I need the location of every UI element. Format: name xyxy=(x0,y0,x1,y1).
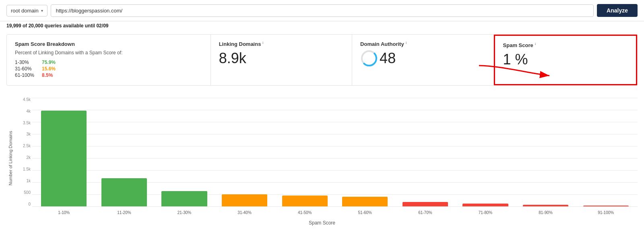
spam-score-info-icon[interactable]: ⁱ xyxy=(535,43,536,48)
spam-score-value: 1 % xyxy=(503,51,628,68)
bar-group-9 xyxy=(577,98,634,206)
y-tick-2: 3.5k xyxy=(16,121,32,125)
breakdown-row-1: 1-30% 75.9% xyxy=(15,60,202,65)
bar-group-5 xyxy=(336,98,394,206)
analyze-button[interactable]: Analyze xyxy=(597,4,638,17)
breakdown-description: Percent of Linking Domains with a Spam S… xyxy=(15,49,202,56)
chart-area: Number of Linking Domains 4.5k 4k 3.5k 3… xyxy=(0,90,644,230)
y-ticks: 4.5k 4k 3.5k 3k 2.5k 2k 1.5k 1k 500 0 xyxy=(16,98,32,206)
bar-9 xyxy=(583,206,629,206)
breakdown-range-3: 61-100% xyxy=(15,72,37,78)
x-label-1: 11-20% xyxy=(96,210,153,215)
x-label-6: 61-70% xyxy=(397,210,454,215)
url-input[interactable] xyxy=(51,4,594,17)
breakdown-range-1: 1-30% xyxy=(15,60,37,65)
x-label-8: 81-90% xyxy=(517,210,574,215)
bar-4 xyxy=(282,196,328,206)
bar-group-2 xyxy=(156,98,213,206)
spam-score-cell: Spam Score ⁱ 1 % xyxy=(494,35,637,85)
x-label-2: 21-30% xyxy=(156,210,213,215)
x-label-7: 71-80% xyxy=(457,210,514,215)
x-axis-title: Spam Score xyxy=(6,220,638,226)
bar-group-7 xyxy=(457,98,514,206)
breakdown-range-2: 31-60% xyxy=(15,66,37,72)
y-tick-9: 0 xyxy=(16,202,32,206)
bar-group-0 xyxy=(35,98,93,206)
bar-6 xyxy=(402,202,448,206)
x-label-9: 91-100% xyxy=(577,210,634,215)
bar-3 xyxy=(222,194,267,206)
breakdown-label: Spam Score Breakdown xyxy=(15,41,202,47)
linking-domains-label: Linking Domains ⁱ xyxy=(219,41,344,47)
y-tick-4: 2.5k xyxy=(16,144,32,148)
y-tick-7: 1k xyxy=(16,179,32,183)
spam-breakdown-cell: Spam Score Breakdown Percent of Linking … xyxy=(7,35,211,85)
linking-domains-info-icon[interactable]: ⁱ xyxy=(262,41,263,47)
domain-type-select[interactable]: root domain ▾ xyxy=(6,5,47,16)
bar-group-8 xyxy=(517,98,574,206)
bar-group-3 xyxy=(216,98,273,206)
chart-wrapper: Number of Linking Domains 4.5k 4k 3.5k 3… xyxy=(6,98,638,218)
bar-group-4 xyxy=(276,98,333,206)
metrics-panel: Spam Score Breakdown Percent of Linking … xyxy=(6,34,638,86)
bar-2 xyxy=(161,191,207,206)
da-container: 48 xyxy=(360,49,485,67)
domain-type-label: root domain xyxy=(11,8,39,14)
bar-7 xyxy=(462,204,508,206)
chevron-down-icon: ▾ xyxy=(41,8,43,13)
queries-info: 19,999 of 20,000 queries available until… xyxy=(0,21,644,30)
breakdown-row-3: 61-100% 8.5% xyxy=(15,72,202,78)
y-tick-6: 1.5k xyxy=(16,167,32,171)
domain-authority-info-icon[interactable]: ⁱ xyxy=(406,41,407,47)
linking-domains-cell: Linking Domains ⁱ 8.9k xyxy=(211,35,352,85)
bar-0 xyxy=(41,111,87,206)
breakdown-pct-2: 15.6% xyxy=(42,66,56,72)
bar-group-6 xyxy=(397,98,454,206)
y-tick-5: 2k xyxy=(16,156,32,160)
linking-domains-value: 8.9k xyxy=(219,49,344,67)
x-label-4: 41-50% xyxy=(276,210,333,215)
breakdown-pct-1: 75.9% xyxy=(42,60,56,65)
bar-8 xyxy=(523,205,568,206)
breakdown-row-2: 31-60% 15.6% xyxy=(15,66,202,72)
x-axis-labels: 1-10%11-20%21-30%31-40%41-50%51-60%61-70… xyxy=(32,207,638,218)
bar-group-1 xyxy=(96,98,153,206)
y-tick-8: 500 xyxy=(16,191,32,195)
chart-inner: 4.5k 4k 3.5k 3k 2.5k 2k 1.5k 1k 500 0 xyxy=(16,98,638,218)
bar-1 xyxy=(101,178,147,206)
bars-container xyxy=(32,98,638,206)
x-label-3: 31-40% xyxy=(216,210,273,215)
y-tick-0: 4.5k xyxy=(16,98,32,102)
domain-authority-value: 48 xyxy=(380,50,396,67)
da-gauge-icon xyxy=(360,49,378,67)
domain-authority-label: Domain Authority ⁱ xyxy=(360,41,485,47)
y-tick-1: 4k xyxy=(16,109,32,113)
domain-authority-cell: Domain Authority ⁱ 48 xyxy=(352,35,493,85)
x-label-0: 1-10% xyxy=(35,210,93,215)
bar-5 xyxy=(342,197,388,206)
breakdown-pct-3: 8.5% xyxy=(42,72,53,78)
top-bar: root domain ▾ Analyze xyxy=(0,0,644,21)
spam-score-label: Spam Score ⁱ xyxy=(503,42,628,48)
y-axis-label: Number of Linking Domains xyxy=(6,98,14,218)
y-tick-3: 3k xyxy=(16,132,32,136)
x-label-5: 51-60% xyxy=(336,210,394,215)
